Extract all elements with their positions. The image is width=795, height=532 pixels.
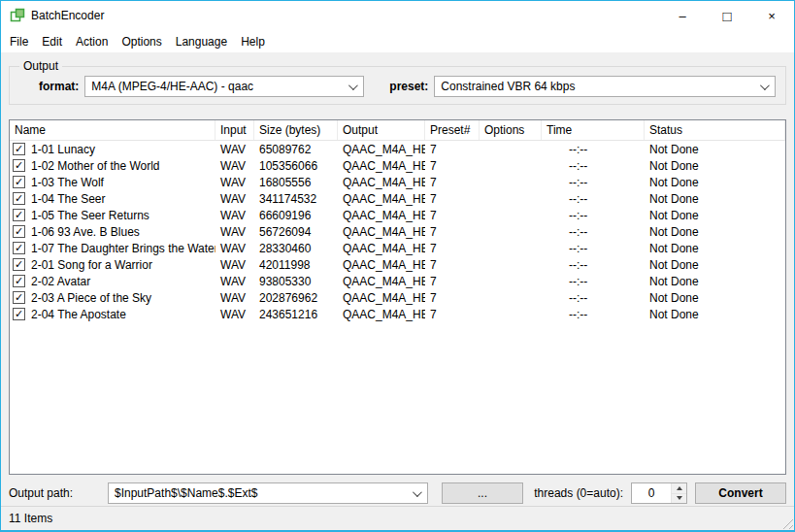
output-path-value: $InputPath$\$Name$.$Ext$ [115,486,257,500]
status-cell: Not Done [645,207,785,223]
row-checkbox[interactable]: ✓ [13,209,25,221]
app-window: BatchEncoder – □ × File Edit Action Opti… [0,0,795,532]
row-checkbox[interactable]: ✓ [13,308,25,320]
column-header-options[interactable]: Options [480,120,542,140]
threads-spinner: 0 [631,482,687,504]
row-checkbox[interactable]: ✓ [13,258,25,271]
chevron-down-icon [348,81,358,90]
size-cell: 42011998 [254,256,338,273]
row-checkbox[interactable]: ✓ [13,192,25,205]
threads-label: threads (0=auto): [534,486,623,500]
file-name: 2-01 Song for a Warrior [31,258,152,272]
row-checkbox[interactable]: ✓ [13,242,25,254]
input-cell: WAV [215,157,254,174]
spin-up-button[interactable] [672,483,686,494]
preset-cell: 7 [425,223,480,240]
column-header-size[interactable]: Size (bytes) [254,120,338,140]
size-cell: 66609196 [254,207,338,223]
menu-action[interactable]: Action [69,32,115,51]
table-row[interactable]: ✓1-02 Mother of the WorldWAV105356066QAA… [10,157,785,174]
time-cell: --:-- [542,273,645,289]
size-cell: 56726094 [254,223,338,240]
table-row[interactable]: ✓2-03 A Piece of the SkyWAV202876962QAAC… [10,289,785,306]
options-cell [480,273,542,289]
column-header-preset[interactable]: Preset# [425,120,480,140]
input-cell: WAV [215,256,254,273]
menu-language[interactable]: Language [169,32,234,51]
file-list-header: Name Input Size (bytes) Output Preset# O… [10,120,785,141]
column-header-output[interactable]: Output [338,120,425,140]
table-row[interactable]: ✓1-04 The SeerWAV341174532QAAC_M4A_HE7--… [10,190,785,207]
size-cell: 105356066 [254,157,338,174]
output-cell: QAAC_M4A_HE [338,190,425,207]
menu-options[interactable]: Options [115,32,168,51]
time-cell: --:-- [542,223,645,240]
output-path-input[interactable]: $InputPath$\$Name$.$Ext$ [108,482,428,504]
chevron-down-icon [413,487,422,497]
status-bar: 11 Items [1,506,794,530]
preset-cell: 7 [425,157,480,174]
table-row[interactable]: ✓2-01 Song for a WarriorWAV42011998QAAC_… [10,256,785,273]
output-cell: QAAC_M4A_HE [338,289,425,306]
table-row[interactable]: ✓1-07 The Daughter Brings the WaterWAV28… [10,240,785,256]
minimize-button[interactable]: – [660,1,705,30]
status-cell: Not Done [645,289,785,306]
input-cell: WAV [215,289,254,306]
close-button[interactable]: × [749,1,794,30]
input-cell: WAV [215,190,254,207]
preset-label: preset: [389,80,428,93]
title-bar[interactable]: BatchEncoder – □ × [1,1,794,30]
column-header-input[interactable]: Input [215,120,254,140]
file-name-cell: ✓2-03 A Piece of the Sky [10,289,215,306]
size-cell: 28330460 [254,240,338,256]
row-checkbox[interactable]: ✓ [13,176,25,188]
file-name: 1-06 93 Ave. B Blues [31,225,140,239]
options-cell [480,306,542,322]
app-icon [10,8,25,23]
row-checkbox[interactable]: ✓ [13,159,25,172]
file-name-cell: ✓1-01 Lunacy [10,141,215,157]
row-checkbox[interactable]: ✓ [13,275,25,287]
maximize-button[interactable]: □ [705,1,749,30]
column-header-name[interactable]: Name [10,120,215,140]
status-cell: Not Done [645,306,785,322]
input-cell: WAV [215,306,254,322]
size-cell: 16805556 [254,174,338,190]
menu-help[interactable]: Help [234,32,272,51]
file-name: 2-04 The Apostate [31,308,126,321]
spin-down-button[interactable] [672,494,686,504]
row-checkbox[interactable]: ✓ [13,143,25,155]
file-name-cell: ✓1-04 The Seer [10,190,215,207]
time-cell: --:-- [542,256,645,273]
table-row[interactable]: ✓2-02 AvatarWAV93805330QAAC_M4A_HE7--:--… [10,273,785,289]
preset-cell: 7 [425,190,480,207]
spinner-buttons [671,483,686,503]
row-checkbox[interactable]: ✓ [13,225,25,238]
table-row[interactable]: ✓1-01 LunacyWAV65089762QAAC_M4A_HE7--:--… [10,141,785,157]
menu-edit[interactable]: Edit [35,32,69,51]
table-row[interactable]: ✓1-05 The Seer ReturnsWAV66609196QAAC_M4… [10,207,785,223]
input-cell: WAV [215,240,254,256]
browse-button[interactable]: ... [442,482,523,504]
menu-file[interactable]: File [3,32,35,51]
convert-button[interactable]: Convert [695,482,786,504]
resize-grip[interactable] [780,516,793,529]
output-cell: QAAC_M4A_HE [338,157,425,174]
options-cell [480,190,542,207]
row-checkbox[interactable]: ✓ [13,291,25,304]
file-name-cell: ✓1-07 The Daughter Brings the Water [10,240,215,256]
preset-selected-value: Constrained VBR 64 kbps [441,80,575,93]
output-groupbox: Output format: M4A (MPEG-4/HE-AAC) - qaa… [9,66,786,105]
file-name: 1-05 The Seer Returns [31,209,149,222]
column-header-status[interactable]: Status [645,120,785,140]
format-selected-value: M4A (MPEG-4/HE-AAC) - qaac [91,80,253,93]
column-header-time[interactable]: Time [542,120,645,140]
format-select[interactable]: M4A (MPEG-4/HE-AAC) - qaac [84,76,364,97]
table-row[interactable]: ✓1-06 93 Ave. B BluesWAV56726094QAAC_M4A… [10,223,785,240]
threads-value-input[interactable]: 0 [632,483,671,503]
table-row[interactable]: ✓1-03 The WolfWAV16805556QAAC_M4A_HE7--:… [10,174,785,190]
table-row[interactable]: ✓2-04 The ApostateWAV243651216QAAC_M4A_H… [10,306,785,322]
preset-cell: 7 [425,240,480,256]
preset-select[interactable]: Constrained VBR 64 kbps [434,76,776,97]
status-cell: Not Done [645,190,785,207]
